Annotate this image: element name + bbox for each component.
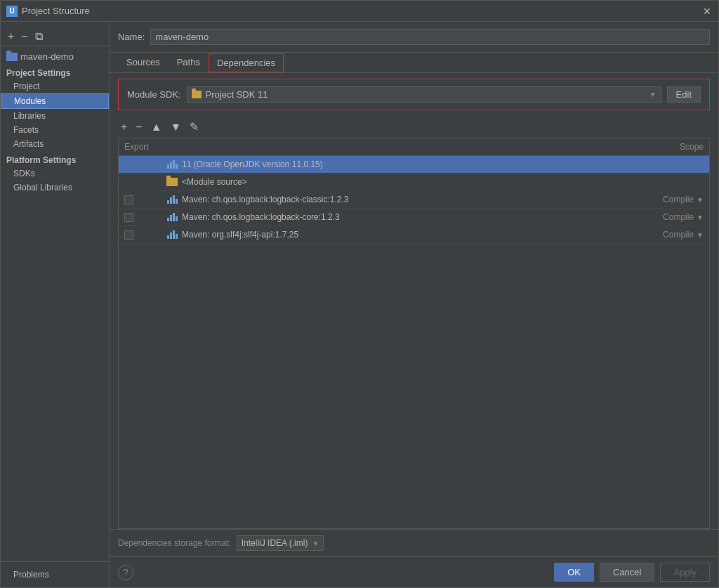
- add-module-button[interactable]: +: [6, 30, 15, 43]
- help-button[interactable]: ?: [118, 565, 133, 580]
- remove-dep-button[interactable]: −: [133, 119, 145, 135]
- dep-name-cell: Maven: org.slf4j:slf4j-api:1.7.25: [161, 228, 639, 241]
- add-dep-button[interactable]: +: [118, 119, 130, 135]
- scope-header: Scope: [639, 141, 709, 153]
- export-checkbox[interactable]: [124, 230, 133, 240]
- project-settings-header: Project Settings: [1, 64, 109, 79]
- dep-name-text: Maven: ch.qos.logback:logback-classic:1.…: [182, 195, 348, 204]
- module-folder-icon: [6, 53, 18, 61]
- name-row: Name:: [110, 22, 718, 53]
- sdk-dropdown-arrow: ▼: [649, 91, 657, 98]
- window-controls: ✕: [701, 6, 713, 17]
- window-title: Project Structure: [22, 6, 701, 16]
- app-icon: U: [6, 6, 18, 17]
- dep-export-cell[interactable]: [119, 195, 161, 204]
- export-header: Export: [119, 141, 161, 153]
- dep-scope-cell: Compile ▼: [639, 211, 709, 223]
- dep-name-text: <Module source>: [182, 177, 247, 187]
- name-header: [161, 141, 639, 153]
- sdk-folder-icon: [192, 91, 202, 98]
- ok-button[interactable]: OK: [554, 563, 594, 582]
- export-checkbox[interactable]: [124, 213, 133, 222]
- sidebar-item-libraries[interactable]: Libraries: [1, 109, 109, 123]
- sidebar: + − ⧉ maven-demo Project Settings Projec…: [1, 22, 110, 587]
- dep-scope-cell: Compile ▼: [639, 193, 709, 206]
- dep-name-cell: Maven: ch.qos.logback:logback-classic:1.…: [161, 193, 639, 206]
- move-down-button[interactable]: ▼: [168, 119, 185, 135]
- sidebar-item-modules[interactable]: Modules: [1, 93, 109, 109]
- tab-sources[interactable]: Sources: [118, 53, 169, 73]
- dep-scope-cell: [639, 181, 709, 183]
- tab-dependencies[interactable]: Dependencies: [209, 53, 284, 72]
- dep-name-text: 11 (Oracle OpenJDK version 11.0.15): [182, 159, 323, 169]
- name-input[interactable]: [150, 29, 710, 45]
- scope-dropdown-arrow[interactable]: ▼: [697, 231, 704, 239]
- dep-export-cell[interactable]: [119, 213, 161, 222]
- dep-export-cell[interactable]: [119, 230, 161, 240]
- jdk-icon: [166, 159, 178, 169]
- sidebar-item-sdks[interactable]: SDKs: [1, 166, 109, 181]
- copy-module-button[interactable]: ⧉: [34, 30, 44, 43]
- storage-format-label: Dependencies storage format:: [118, 538, 231, 548]
- right-panel: Name: Sources Paths Dependencies Module …: [110, 22, 718, 587]
- name-label: Name:: [118, 32, 145, 42]
- sidebar-item-problems[interactable]: Problems: [1, 568, 109, 582]
- apply-button[interactable]: Apply: [660, 563, 710, 582]
- folder-icon: [166, 178, 178, 186]
- scope-value: Compile: [663, 230, 694, 240]
- maven-icon: [166, 212, 178, 222]
- export-checkbox[interactable]: [124, 195, 133, 204]
- sidebar-item-global-libraries[interactable]: Global Libraries: [1, 181, 109, 195]
- dep-scope-cell: Compile ▼: [639, 228, 709, 241]
- tabs-row: Sources Paths Dependencies: [110, 53, 718, 73]
- format-value: IntelliJ IDEA (.iml): [242, 538, 308, 548]
- move-up-button[interactable]: ▲: [148, 119, 165, 135]
- scope-dropdown-arrow[interactable]: ▼: [697, 196, 704, 204]
- project-structure-dialog: U Project Structure ✕ + − ⧉ maven-demo: [0, 0, 719, 588]
- sidebar-item-project[interactable]: Project: [1, 79, 109, 93]
- deps-table: Export Scope: [118, 138, 710, 529]
- storage-format-row: Dependencies storage format: IntelliJ ID…: [110, 529, 718, 556]
- sidebar-item-facets[interactable]: Facets: [1, 123, 109, 137]
- remove-module-button[interactable]: −: [20, 30, 29, 43]
- table-row[interactable]: <Module source>: [119, 174, 709, 191]
- sdk-value: Project SDK 11: [206, 89, 268, 100]
- titlebar: U Project Structure ✕: [1, 1, 718, 22]
- deps-toolbar: + − ▲ ▼ ✎: [110, 116, 718, 138]
- sdk-label: Module SDK:: [127, 89, 181, 100]
- dep-name-cell: <Module source>: [161, 176, 639, 188]
- tab-paths[interactable]: Paths: [169, 53, 209, 73]
- dep-name-text: Maven: org.slf4j:slf4j-api:1.7.25: [182, 230, 298, 240]
- main-content: + − ⧉ maven-demo Project Settings Projec…: [1, 22, 718, 587]
- scope-value: Compile: [663, 195, 694, 204]
- dep-name-cell: Maven: ch.qos.logback:logback-core:1.2.3: [161, 211, 639, 223]
- table-row[interactable]: Maven: ch.qos.logback:logback-classic:1.…: [119, 191, 709, 209]
- scope-value: Compile: [663, 212, 694, 222]
- sidebar-toolbar: + − ⧉: [1, 27, 109, 46]
- sidebar-item-artifacts[interactable]: Artifacts: [1, 137, 109, 151]
- table-row[interactable]: Maven: org.slf4j:slf4j-api:1.7.25 Compil…: [119, 226, 709, 244]
- sdk-row: Module SDK: Project SDK 11 ▼ Edit: [118, 79, 710, 110]
- close-button[interactable]: ✕: [701, 6, 713, 17]
- table-row[interactable]: 11 (Oracle OpenJDK version 11.0.15): [119, 156, 709, 174]
- dep-name-text: Maven: ch.qos.logback:logback-core:1.2.3: [182, 212, 340, 222]
- dep-name-cell: 11 (Oracle OpenJDK version 11.0.15): [161, 158, 639, 171]
- sdk-select-inner: Project SDK 11: [192, 89, 268, 100]
- scope-dropdown-arrow[interactable]: ▼: [697, 214, 704, 221]
- sdk-select[interactable]: Project SDK 11 ▼: [187, 86, 661, 103]
- maven-icon: [166, 195, 178, 204]
- edit-dep-button[interactable]: ✎: [187, 119, 202, 135]
- cancel-button[interactable]: Cancel: [600, 563, 654, 582]
- module-item-label: maven-demo: [20, 51, 74, 62]
- dialog-footer: ? OK Cancel Apply: [110, 556, 718, 587]
- format-dropdown-arrow: ▼: [312, 540, 319, 547]
- format-select[interactable]: IntelliJ IDEA (.iml) ▼: [237, 535, 324, 551]
- edit-sdk-button[interactable]: Edit: [667, 86, 701, 103]
- dep-scope-cell: [639, 163, 709, 166]
- maven-icon: [166, 230, 178, 240]
- table-row[interactable]: Maven: ch.qos.logback:logback-core:1.2.3…: [119, 209, 709, 226]
- module-item-maven-demo[interactable]: maven-demo: [1, 49, 109, 64]
- platform-settings-header: Platform Settings: [1, 151, 109, 166]
- deps-table-header: Export Scope: [119, 138, 709, 156]
